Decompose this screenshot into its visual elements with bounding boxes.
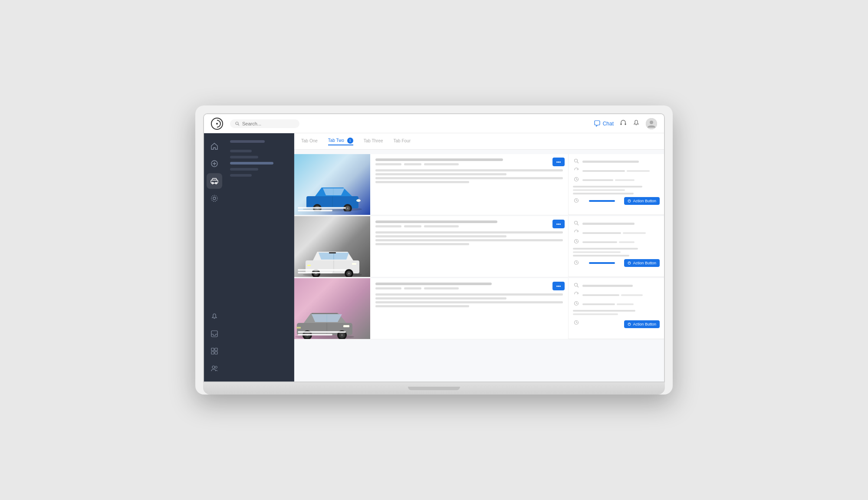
svg-rect-76: [343, 325, 349, 327]
svg-point-80: [575, 283, 578, 286]
svg-line-35: [577, 162, 579, 163]
tabs-bar: Tab One Tab Two 1 Tab Three Tab Four: [294, 133, 664, 150]
svg-rect-16: [211, 331, 217, 337]
refresh-icon-3: [573, 292, 580, 298]
svg-line-3: [238, 124, 240, 125]
svg-line-61: [576, 241, 578, 242]
avatar[interactable]: [646, 118, 657, 129]
listing-image-2: [294, 216, 370, 277]
search-icon-3: [573, 283, 580, 289]
sidebar-item-vehicles[interactable]: [207, 173, 222, 189]
nav-item-5[interactable]: [230, 174, 252, 177]
headset-icon[interactable]: [620, 119, 627, 128]
svg-point-34: [575, 159, 578, 162]
tab-1[interactable]: Tab One: [301, 138, 318, 144]
image-caption-1: [298, 207, 367, 212]
svg-rect-19: [211, 352, 214, 354]
search-bar[interactable]: [230, 119, 299, 128]
svg-point-21: [212, 366, 215, 368]
clock-icon-6: [573, 320, 580, 326]
chat-button[interactable]: Chat: [594, 120, 614, 127]
rp-action-btn-3[interactable]: Action Button: [624, 320, 660, 328]
sidebar-item-home[interactable]: [207, 138, 222, 154]
chat-icon: [594, 120, 601, 127]
listing-details-2: •••: [370, 216, 569, 277]
laptop-notch: [408, 387, 460, 390]
rp-action-btn-2[interactable]: Action Button: [624, 259, 660, 267]
sidebar-item-apps[interactable]: [207, 343, 222, 359]
laptop-container: Chat: [195, 105, 673, 395]
rp-link-1[interactable]: [589, 200, 615, 202]
listing-title-2: [375, 220, 497, 223]
svg-rect-4: [621, 123, 622, 125]
laptop-base: [203, 382, 665, 395]
svg-line-81: [577, 286, 579, 287]
svg-rect-77: [296, 327, 301, 329]
sidebar-item-users[interactable]: [207, 361, 222, 376]
tab-badge: 1: [347, 138, 353, 144]
tab-4[interactable]: Tab Four: [394, 138, 411, 144]
search-small-icon: [573, 158, 580, 165]
topbar-right: Chat: [594, 118, 657, 129]
listing-row: •••: [294, 278, 664, 339]
listings-area: •••: [294, 150, 664, 382]
sidebar-item-inbox[interactable]: [207, 326, 222, 342]
icon-sidebar: [204, 133, 225, 382]
listing-details-1: •••: [370, 154, 569, 215]
app-body: Tab One Tab Two 1 Tab Three Tab Four: [204, 133, 664, 382]
nav-item-1[interactable]: [230, 150, 252, 152]
search-icon: [235, 122, 240, 126]
svg-point-2: [236, 122, 238, 125]
sidebar-item-add[interactable]: [207, 156, 222, 171]
tab-3[interactable]: Tab Three: [364, 138, 383, 144]
nav-item-3[interactable]: [230, 162, 273, 164]
svg-point-32: [356, 199, 361, 202]
svg-line-41: [576, 201, 578, 201]
search-input[interactable]: [242, 121, 294, 126]
clock-icon-5: [573, 301, 580, 307]
svg-point-14: [213, 197, 216, 200]
notification-icon[interactable]: [633, 119, 640, 128]
svg-point-1: [216, 123, 218, 125]
refresh-icon-2: [573, 230, 580, 236]
right-panel-1: Action Button: [569, 154, 664, 215]
listing-title-3: [375, 283, 492, 285]
svg-line-64: [576, 263, 578, 263]
listing-more-btn-1[interactable]: •••: [552, 158, 565, 166]
topbar: Chat: [204, 114, 664, 133]
main-content: Tab One Tab Two 1 Tab Three Tab Four: [294, 133, 664, 382]
sidebar-item-notifications[interactable]: [207, 309, 222, 324]
listing-more-btn-3[interactable]: •••: [552, 282, 565, 290]
search-icon-2: [573, 220, 580, 227]
svg-line-84: [576, 303, 578, 304]
sidebar-item-settings[interactable]: [207, 191, 222, 206]
svg-line-87: [576, 322, 578, 323]
app-logo[interactable]: [211, 118, 223, 130]
listing-details-3: •••: [370, 278, 569, 339]
svg-point-57: [575, 221, 578, 224]
listing-image-1: [294, 154, 370, 215]
chat-label: Chat: [603, 121, 614, 127]
clock-icon-1: [573, 177, 580, 183]
svg-point-22: [215, 366, 217, 368]
svg-point-15: [211, 195, 217, 201]
listing-row: •••: [294, 154, 664, 215]
svg-line-38: [576, 179, 578, 180]
tab-2[interactable]: Tab Two 1: [328, 138, 353, 145]
refresh-icon-1: [573, 168, 580, 174]
image-caption-2: [298, 269, 367, 274]
svg-rect-18: [215, 348, 217, 351]
listing-row: •••: [294, 216, 664, 277]
nav-item-2[interactable]: [230, 156, 258, 158]
svg-line-58: [577, 224, 579, 225]
nav-item-4[interactable]: [230, 168, 258, 171]
right-panel-2: Action Button: [569, 216, 664, 277]
screen: Chat: [203, 113, 665, 382]
rp-link-2[interactable]: [589, 262, 615, 264]
clock-icon-4: [573, 260, 580, 266]
rp-action-btn-1[interactable]: Action Button: [624, 197, 660, 205]
right-panel-3: Action Button: [569, 278, 664, 339]
clock-icon-3: [573, 239, 580, 245]
listing-more-btn-2[interactable]: •••: [552, 220, 565, 228]
svg-rect-54: [352, 263, 356, 265]
